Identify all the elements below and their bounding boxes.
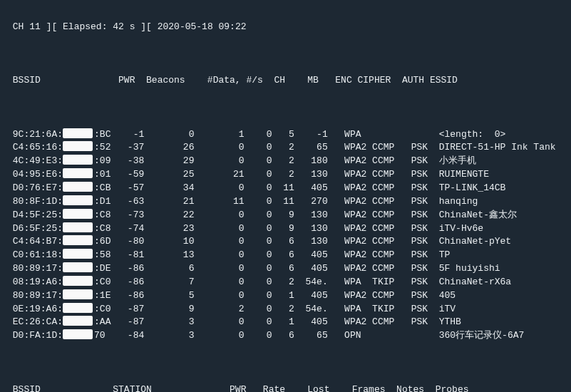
bssid-tail: 70 — [94, 330, 110, 341]
ap-row: 80:8F:1D::D1 -63 21 11 0 11 270 WPA2 CCM… — [7, 195, 564, 209]
redacted — [63, 182, 93, 192]
redacted — [63, 329, 93, 339]
ap-row: 04:95:E6::01 -59 25 21 0 2 130 WPA2 CCMP… — [7, 168, 564, 182]
ap-row: 08:19:A6::C0 -86 7 0 0 2 54e. WPA TKIP P… — [7, 276, 564, 289]
bssid-tail: :AA — [94, 316, 110, 327]
ap-header-row: BSSID PWR Beacons #Data, #/s CH MB ENC C… — [7, 74, 564, 88]
essid: DIRECT-51-HP Ink Tank — [439, 142, 556, 153]
ap-row: 80:89:17::DE -86 6 0 0 6 405 WPA2 CCMP P… — [7, 262, 564, 276]
bssid-part: 4C:49:E3: — [13, 155, 63, 166]
status-line: CH 11 ][ Elapsed: 42 s ][ 2020-05-18 09:… — [7, 21, 564, 34]
essid: <length: 0> — [439, 129, 506, 140]
ap-row: 0E:19:A6::C0 -87 9 2 0 2 54e. WPA TKIP P… — [7, 303, 564, 316]
redacted — [63, 249, 93, 259]
channel: CH 11 — [13, 21, 41, 32]
redacted — [63, 195, 93, 205]
ap-row: D0:FA:1D:70 -84 3 0 0 6 65 OPN 360行车记录仪-… — [7, 329, 564, 343]
essid: 5F huiyishi — [439, 263, 500, 274]
essid: 360行车记录仪-6A7 — [439, 330, 525, 341]
redacted — [63, 141, 93, 151]
redacted — [63, 235, 93, 245]
bssid-part: 80:89:17: — [13, 290, 63, 301]
essid: RUIMENGTE — [439, 169, 489, 180]
essid: hanqing — [439, 196, 478, 207]
redacted — [63, 262, 93, 272]
bssid-tail: :CB — [94, 182, 110, 193]
ap-row: D0:76:E7::CB -57 34 0 0 11 405 WPA2 CCMP… — [7, 182, 564, 195]
redacted — [63, 209, 93, 219]
bssid-tail: :6D — [94, 236, 110, 247]
redacted — [63, 222, 93, 232]
essid: iTV-Hv6e — [439, 223, 483, 234]
bssid-tail: :52 — [94, 142, 110, 153]
essid: ChinaNet-rX6a — [439, 277, 511, 287]
bssid-part: 08:19:A6: — [13, 277, 63, 287]
redacted — [63, 303, 93, 313]
bssid-part: 80:8F:1D: — [13, 196, 63, 207]
ap-row: C4:64:B7::6D -80 10 0 0 6 130 WPA2 CCMP … — [7, 235, 564, 249]
station-header-row: BSSID STATION PWR Rate Lost Frames Notes… — [7, 383, 564, 392]
bssid-part: 04:95:E6: — [13, 169, 63, 180]
essid: YTHB — [439, 316, 461, 327]
ap-row: C0:61:18::58 -81 13 0 0 6 405 WPA2 CCMP … — [7, 249, 564, 262]
redacted — [63, 168, 93, 178]
bssid-part: 9C:21:6A: — [13, 129, 63, 140]
redacted — [63, 316, 93, 326]
bssid-part: D4:5F:25: — [13, 210, 63, 220]
bssid-tail: :C0 — [94, 277, 110, 287]
bssid-tail: :09 — [94, 155, 110, 166]
bssid-part: C4:65:16: — [13, 142, 63, 153]
essid: TP-LINK_14CB — [439, 182, 506, 193]
essid: ChinaNet-鑫太尔 — [439, 210, 517, 220]
bssid-part: C0:61:18: — [13, 249, 63, 260]
bssid-tail: :C8 — [94, 210, 110, 220]
bssid-part: D0:FA:1D: — [13, 330, 63, 341]
ap-row: EC:26:CA::AA -87 3 0 0 1 405 WPA2 CCMP P… — [7, 316, 564, 329]
ap-row: D6:5F:25::C8 -74 23 0 0 9 130 WPA2 CCMP … — [7, 222, 564, 236]
bssid-part: 0E:19:A6: — [13, 304, 63, 314]
bssid-part: C4:64:B7: — [13, 236, 63, 247]
airodump-terminal: CH 11 ][ Elapsed: 42 s ][ 2020-05-18 09:… — [0, 0, 571, 392]
bssid-tail: :1E — [94, 290, 110, 301]
ap-row: 4C:49:E3::09 -38 29 0 0 2 180 WPA2 CCMP … — [7, 155, 564, 168]
ap-row: D4:5F:25::C8 -73 22 0 0 9 130 WPA2 CCMP … — [7, 209, 564, 222]
timestamp: 2020-05-18 09:22 — [158, 21, 247, 32]
bssid-tail: :C0 — [94, 304, 110, 314]
essid: 405 — [439, 290, 456, 301]
bssid-part: EC:26:CA: — [13, 316, 63, 327]
essid: 小米手机 — [439, 155, 476, 166]
bssid-tail: :C8 — [94, 223, 110, 234]
bssid-tail: :58 — [94, 249, 110, 260]
redacted — [63, 289, 93, 299]
redacted — [63, 128, 93, 138]
redacted — [63, 155, 93, 165]
ap-row: 9C:21:6A::BC -1 0 1 0 5 -1 WPA <length: … — [7, 128, 564, 142]
ap-row: 80:89:17::1E -86 5 0 0 1 405 WPA2 CCMP P… — [7, 289, 564, 303]
essid: ChinaNet-pYet — [439, 236, 511, 247]
bssid-tail: :BC — [94, 129, 110, 140]
bssid-tail: :D1 — [94, 196, 110, 207]
redacted — [63, 276, 93, 286]
elapsed: Elapsed: 42 s — [63, 21, 135, 32]
bssid-part: D6:5F:25: — [13, 223, 63, 234]
ap-row: C4:65:16::52 -37 26 0 0 2 65 WPA2 CCMP P… — [7, 141, 564, 155]
bssid-tail: :01 — [94, 169, 110, 180]
ap-table-body: 9C:21:6A::BC -1 0 1 0 5 -1 WPA <length: … — [7, 128, 564, 344]
bssid-tail: :DE — [94, 263, 110, 274]
bssid-part: D0:76:E7: — [13, 182, 63, 193]
essid: TP — [439, 249, 451, 260]
bssid-part: 80:89:17: — [13, 263, 63, 274]
essid: iTV — [439, 304, 456, 314]
